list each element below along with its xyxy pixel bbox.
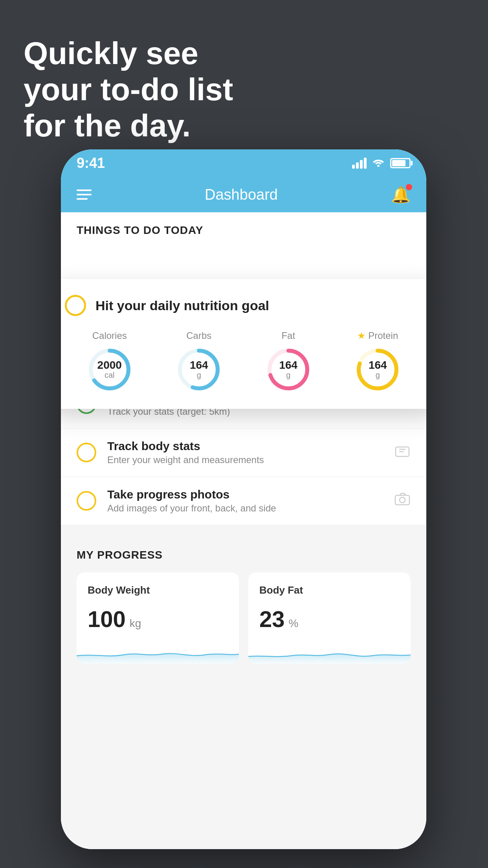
carbs-circle: 164 g [175, 346, 222, 393]
app-content: THINGS TO DO TODAY Hit your daily nutrit… [61, 212, 426, 849]
task-circle[interactable] [65, 295, 86, 316]
things-header: THINGS TO DO TODAY [61, 212, 426, 245]
svg-point-0 [377, 165, 380, 167]
calories-value: 2000 [97, 360, 122, 371]
app-header: Dashboard 🔔 [61, 177, 426, 212]
carbs-label: Carbs [186, 330, 211, 341]
progress-section: MY PROGRESS Body Weight 100 kg [61, 533, 426, 675]
body-weight-wave [77, 640, 239, 664]
battery-icon [390, 158, 411, 168]
photos-subtitle: Add images of your front, back, and side [107, 503, 383, 514]
photos-circle [77, 491, 96, 511]
signal-icon [352, 158, 367, 169]
phone-mockup: 9:41 Da [61, 149, 426, 849]
nutrition-fat: Fat 164 g [265, 330, 312, 393]
wifi-icon [372, 157, 385, 169]
fat-circle: 164 g [265, 346, 312, 393]
body-weight-title: Body Weight [88, 584, 228, 596]
headline: Quickly see your to-do list for the day. [24, 35, 233, 144]
todo-section: THINGS TO DO TODAY Hit your daily nutrit… [61, 212, 426, 525]
body-weight-number: 100 [88, 606, 126, 632]
body-fat-value-row: 23 % [259, 606, 400, 632]
card-header: Hit your daily nutrition goal [65, 295, 422, 316]
headline-line1: Quickly see [24, 35, 233, 72]
notification-dot [406, 184, 412, 190]
photo-icon [394, 492, 411, 510]
nutrition-grid: Calories 2000 cal [65, 330, 422, 393]
protein-value: 164 [369, 360, 387, 371]
photos-title: Take progress photos [107, 488, 383, 501]
nutrition-protein: ★Protein 164 g [354, 330, 401, 393]
bodystats-subtitle: Enter your weight and measurements [107, 454, 383, 465]
protein-label: ★Protein [357, 330, 398, 341]
progress-title: MY PROGRESS [77, 549, 411, 561]
status-time: 9:41 [77, 155, 105, 171]
body-fat-number: 23 [259, 606, 285, 632]
todo-item-photos[interactable]: Take progress photos Add images of your … [61, 477, 426, 525]
bodystats-text: Track body stats Enter your weight and m… [107, 440, 383, 465]
protein-circle: 164 g [354, 346, 401, 393]
nutrition-card: Hit your daily nutrition goal Calories [61, 279, 426, 409]
body-weight-card[interactable]: Body Weight 100 kg [77, 572, 239, 664]
svg-point-11 [400, 497, 405, 503]
star-icon: ★ [357, 330, 366, 341]
body-fat-title: Body Fat [259, 584, 400, 596]
menu-icon[interactable] [77, 189, 92, 200]
fat-label: Fat [281, 330, 295, 341]
svg-rect-10 [395, 495, 409, 505]
calories-label: Calories [92, 330, 127, 341]
calories-circle: 2000 cal [86, 346, 133, 393]
body-fat-wave [248, 640, 411, 664]
headline-line3: for the day. [24, 108, 233, 144]
body-weight-value-row: 100 kg [88, 606, 228, 632]
body-weight-unit: kg [130, 617, 141, 630]
bell-icon[interactable]: 🔔 [391, 186, 411, 204]
status-bar: 9:41 [61, 149, 426, 177]
carbs-value: 164 [190, 360, 208, 371]
fat-value: 164 [279, 360, 297, 371]
body-fat-card[interactable]: Body Fat 23 % [248, 572, 411, 664]
header-title: Dashboard [205, 186, 278, 203]
scale-icon [394, 444, 411, 462]
headline-line2: your to-do list [24, 72, 233, 108]
photos-text: Take progress photos Add images of your … [107, 488, 383, 514]
progress-cards: Body Weight 100 kg [77, 572, 411, 664]
bodystats-title: Track body stats [107, 440, 383, 453]
nutrition-carbs: Carbs 164 g [175, 330, 222, 393]
bodystats-circle [77, 443, 96, 462]
nutrition-calories: Calories 2000 cal [86, 330, 133, 393]
body-fat-unit: % [289, 617, 299, 630]
card-title: Hit your daily nutrition goal [95, 298, 269, 313]
status-icons [352, 157, 411, 169]
todo-item-bodystats[interactable]: Track body stats Enter your weight and m… [61, 428, 426, 477]
